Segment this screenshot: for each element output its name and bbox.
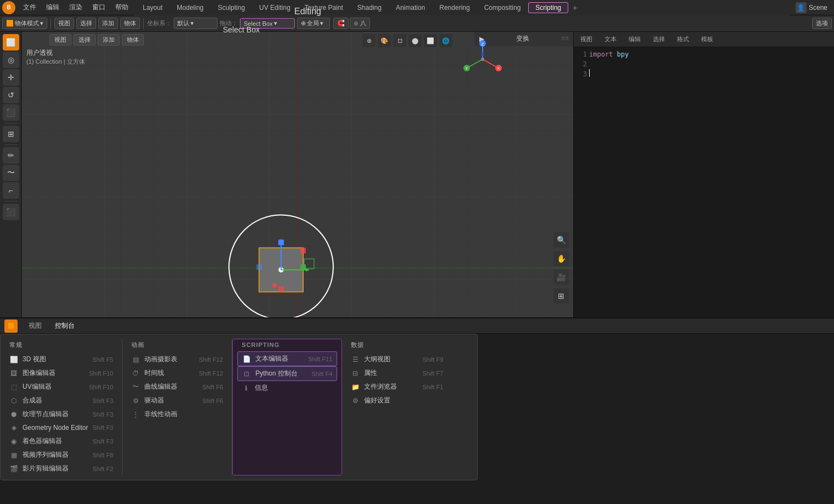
scene-selector[interactable]: 👤 Scene [791,2,832,13]
bottom-tab-console[interactable]: 控制台 [51,320,79,332]
prop-chevron: ▾ [320,20,323,27]
viewport-select-btn[interactable]: 选择 [74,34,96,46]
script-tab-select[interactable]: 选择 [648,34,669,44]
icon-filebrowser: 📁 [351,383,360,391]
dropdown-item-3dview[interactable]: ⬜ 3D 视图 Shift F5 [5,352,117,366]
dropdown-item-timeline[interactable]: ⏱ 时间线 Shift F12 [127,366,227,380]
vp-icon-3[interactable]: ⊡ [393,34,406,47]
icon-curveeditor: 〜 [131,383,140,391]
label-pyconsole: Python 控制台 [255,369,307,378]
tab-animation[interactable]: Animation [389,3,432,13]
scale-tool[interactable]: ⬛ [3,104,19,121]
grid-gizmo[interactable]: ⊞ [553,288,569,304]
zoom-gizmo[interactable]: 🔍 [553,232,569,248]
tab-rendering[interactable]: Rendering [433,3,476,13]
dropdown-item-filebrowser[interactable]: 📁 文件浏览器 Shift F1 [346,380,447,394]
menu-render[interactable]: 渲染 [65,2,87,13]
tab-modeling[interactable]: Modeling [170,3,210,13]
dropdown-item-preferences[interactable]: ⚙ 偏好设置 [346,394,447,407]
vp-icon-1[interactable]: ⊕ [362,34,376,47]
bottom-tab-view[interactable]: 视图 [24,320,46,332]
tab-texturepaint[interactable]: Texture Paint [298,3,350,13]
select-menu[interactable]: 选择 [76,18,96,29]
proportional-btn[interactable]: ⊙ 八 [350,18,370,29]
tab-layout[interactable]: Layout [136,3,169,13]
object-menu[interactable]: 物体 [120,18,140,29]
menu-help[interactable]: 帮助 [111,2,133,13]
tab-sculpting[interactable]: Sculpting [211,3,251,13]
dropdown-item-nla[interactable]: ⋮ 非线性动画 [127,407,227,421]
cursor-tool[interactable]: ◎ [3,52,19,68]
dropdown-item-dopesheet[interactable]: ▤ 动画摄影表 Shift F12 [127,352,227,366]
script-tab-text[interactable]: 文本 [600,34,621,44]
label-curveeditor: 曲线编辑器 [144,382,198,391]
dropdown-item-outliner[interactable]: ☰ 大纲视图 Shift F9 [346,352,447,366]
viewport-object-btn[interactable]: 物体 [122,34,144,46]
dropdown-item-clipeditor[interactable]: 🎬 影片剪辑编辑器 Shift F2 [5,462,117,475]
tab-scripting[interactable]: Scripting [528,2,568,13]
coord-label: 坐标系： [147,19,171,27]
dropdown-item-texteditor[interactable]: 📄 文本编辑器 Shift F11 [237,351,337,366]
dropdown-item-uv[interactable]: ⬚ UV编辑器 Shift F10 [5,380,117,394]
vp-icon-6[interactable]: 🌐 [439,34,452,47]
dropdown-item-shader[interactable]: ◉ 着色器编辑器 Shift F3 [5,434,117,448]
dropdown-item-properties[interactable]: ⊟ 属性 Shift F7 [346,366,447,380]
menu-edit[interactable]: 编辑 [42,2,64,13]
sep1 [51,18,51,29]
add-cube-tool[interactable]: ⬛ [3,204,19,220]
dropdown-item-curveeditor[interactable]: 〜 曲线编辑器 Shift F6 [127,380,227,394]
script-tab-view[interactable]: 视图 [576,34,597,44]
dropdown-item-drivers[interactable]: ⚙ 驱动器 Shift F6 [127,394,227,407]
camera-gizmo[interactable]: 🎥 [553,270,569,285]
vp-icon-5[interactable]: ⬜ [424,34,437,47]
label-nla: 非线性动画 [144,410,219,419]
tab-uvediting[interactable]: UV Editing [253,3,297,13]
move-tool[interactable]: ✛ [3,69,19,86]
drag-selector[interactable]: Select Box ▾ [240,18,295,29]
icon-compositor: ⬡ [9,396,18,405]
menu-window[interactable]: 窗口 [88,2,110,13]
icon-uv: ⬚ [9,383,18,391]
dropdown-item-compositor[interactable]: ⬡ 合成器 Shift F3 [5,394,117,407]
icon-drivers: ⚙ [131,396,140,405]
dropdown-item-info[interactable]: ℹ 信息 [237,381,337,395]
shortcut-curveeditor: Shift F6 [202,384,223,390]
col-header-animation: 动画 [127,339,227,352]
transform-tool[interactable]: ⊞ [3,126,19,142]
module-bpy: bpy [617,51,629,58]
bottom-panel-icon[interactable]: 🟧 [4,320,18,333]
annotate-tool[interactable]: ✏ [3,147,19,164]
axis-widget[interactable]: Z X Y [463,40,502,80]
shortcut-uv: Shift F10 [89,384,113,390]
viewport-view-btn[interactable]: 视图 [49,34,71,46]
tab-add[interactable]: + [569,2,580,13]
dropdown-item-pyconsole[interactable]: ⊡ Python 控制台 Shift F4 [237,366,337,381]
measure-tool[interactable]: ⌐ [3,182,19,199]
coord-system[interactable]: 默认 ▾ [173,18,217,29]
select-tool[interactable]: ⬜ [3,34,19,51]
script-tab-edit[interactable]: 编辑 [624,34,645,44]
grease-pencil-tool[interactable]: 〜 [3,165,19,181]
tab-compositing[interactable]: Compositing [478,3,528,13]
dropdown-item-image[interactable]: 🖼 图像编辑器 Shift F10 [5,366,117,380]
pan-gizmo[interactable]: ✋ [553,251,569,266]
dropdown-col-regular: 常规 ⬜ 3D 视图 Shift F5 🖼 图像编辑器 Shift F10 ⬚ … [1,339,122,475]
vp-icon-2[interactable]: 🎨 [378,34,391,47]
script-tab-format[interactable]: 格式 [673,34,693,44]
rotate-tool[interactable]: ↺ [3,87,19,103]
script-tab-template[interactable]: 模板 [697,34,718,44]
dropdown-item-texnodes[interactable]: ⬢ 纹理节点编辑器 Shift F3 [5,407,117,421]
dropdown-item-vse[interactable]: ▦ 视频序列编辑器 Shift F8 [5,448,117,462]
menu-file[interactable]: 文件 [19,2,41,13]
dropdown-item-geonodes[interactable]: ◈ Geometry Node Editor Shift F3 [5,421,117,434]
mode-selector[interactable]: 🟧 物体模式 ▾ [2,18,47,29]
vp-icon-4[interactable]: ⬤ [408,34,422,47]
app-logo[interactable]: B [2,1,15,14]
tab-shading[interactable]: Shading [351,3,388,13]
view-menu[interactable]: 视图 [54,18,74,29]
add-menu[interactable]: 添加 [98,18,118,29]
prop-selector[interactable]: ⊕ 全局 ▾ [297,18,330,29]
viewport-add-btn[interactable]: 添加 [98,34,120,46]
snap-btn[interactable]: 🧲 [333,18,349,29]
options-btn[interactable]: 选项 [812,18,832,29]
